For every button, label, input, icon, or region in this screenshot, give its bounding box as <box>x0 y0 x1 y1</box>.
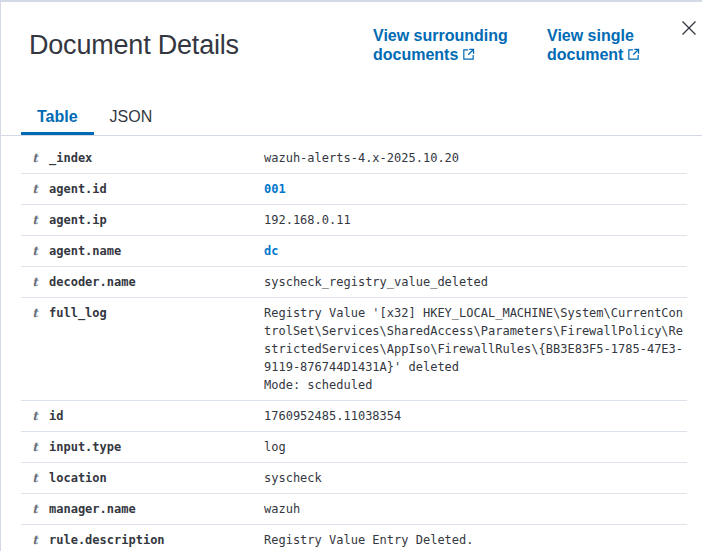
view-single-document-label: View single document <box>547 27 634 63</box>
field-name: id <box>49 407 264 425</box>
close-button[interactable] <box>675 15 702 43</box>
string-type-icon: t <box>29 273 41 291</box>
table-row: t rule.description Registry Value Entry … <box>21 525 687 551</box>
field-name: rule.description <box>49 531 264 549</box>
field-value-link[interactable]: dc <box>264 242 687 260</box>
close-icon <box>681 24 697 39</box>
field-name: _index <box>49 149 264 167</box>
string-type-icon: t <box>29 242 41 260</box>
string-type-icon: t <box>29 211 41 229</box>
field-name: manager.name <box>49 500 264 518</box>
field-value: Registry Value Entry Deleted. <box>264 531 687 549</box>
field-name: agent.name <box>49 242 264 260</box>
tab-table[interactable]: Table <box>21 97 94 135</box>
field-name: agent.ip <box>49 211 264 229</box>
page-title: Document Details <box>29 30 239 61</box>
string-type-icon: t <box>29 149 41 167</box>
table-row: t input.type log <box>21 432 687 463</box>
string-type-icon: t <box>29 407 41 425</box>
table-row: t id 1760952485.11038354 <box>21 401 687 432</box>
table-row: t agent.ip 192.168.0.11 <box>21 205 687 236</box>
table-row: t location syscheck <box>21 463 687 494</box>
field-value: syscheck <box>264 469 687 487</box>
view-single-document-link[interactable]: View single document <box>547 26 659 65</box>
view-surrounding-documents-link[interactable]: View surrounding documents <box>373 26 525 65</box>
tab-json[interactable]: JSON <box>94 97 169 135</box>
table-row: t agent.id 001 <box>21 174 687 205</box>
field-name: location <box>49 469 264 487</box>
string-type-icon: t <box>29 180 41 198</box>
table-row: t manager.name wazuh <box>21 494 687 525</box>
table-row: t agent.name dc <box>21 236 687 267</box>
field-value: syscheck_registry_value_deleted <box>264 273 687 291</box>
view-surrounding-documents-label: View surrounding documents <box>373 27 508 63</box>
field-value-link[interactable]: 001 <box>264 180 687 198</box>
string-type-icon: t <box>29 304 41 322</box>
string-type-icon: t <box>29 500 41 518</box>
field-value: 1760952485.11038354 <box>264 407 687 425</box>
string-type-icon: t <box>29 531 41 549</box>
table-row: t _index wazuh-alerts-4.x-2025.10.20 <box>21 143 687 174</box>
field-value: wazuh-alerts-4.x-2025.10.20 <box>264 149 687 167</box>
field-name: decoder.name <box>49 273 264 291</box>
tab-bar: Table JSON <box>1 97 702 136</box>
document-fields-table: t _index wazuh-alerts-4.x-2025.10.20 t a… <box>21 143 687 551</box>
field-value: Registry Value '[x32] HKEY_LOCAL_MACHINE… <box>264 304 687 394</box>
field-value: 192.168.0.11 <box>264 211 687 229</box>
field-value: wazuh <box>264 500 687 518</box>
field-name: full_log <box>49 304 264 322</box>
external-link-icon <box>627 46 640 65</box>
field-name: input.type <box>49 438 264 456</box>
string-type-icon: t <box>29 469 41 487</box>
external-link-icon <box>462 46 475 65</box>
field-name: agent.id <box>49 180 264 198</box>
field-value: log <box>264 438 687 456</box>
string-type-icon: t <box>29 438 41 456</box>
table-row: t decoder.name syscheck_registry_value_d… <box>21 267 687 298</box>
table-row: t full_log Registry Value '[x32] HKEY_LO… <box>21 298 687 401</box>
document-details-flyout: Document Details View surrounding docume… <box>0 0 702 551</box>
